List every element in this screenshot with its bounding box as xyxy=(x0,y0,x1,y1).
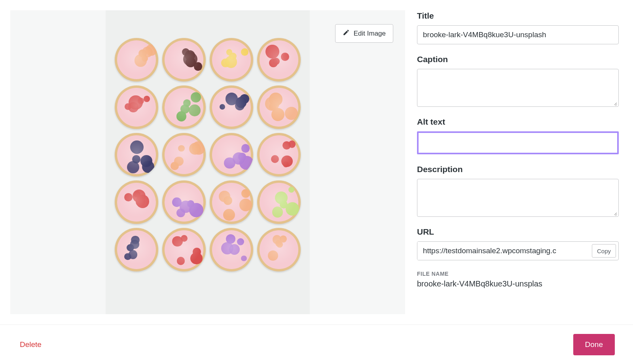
caption-label: Caption xyxy=(417,55,619,64)
donut-icon xyxy=(257,38,301,82)
title-input[interactable] xyxy=(417,25,619,44)
donut-icon xyxy=(210,180,253,224)
field-caption: Caption xyxy=(417,55,619,107)
file-name-label: FILE NAME xyxy=(417,271,619,277)
donut-icon xyxy=(210,85,253,129)
donut-icon xyxy=(115,133,158,176)
url-label: URL xyxy=(417,227,619,237)
description-input[interactable] xyxy=(417,179,619,217)
alt-text-input[interactable] xyxy=(419,133,617,153)
media-image xyxy=(106,10,310,314)
donut-icon xyxy=(162,228,206,271)
field-url: URL Copy xyxy=(417,227,619,260)
donut-icon xyxy=(115,85,158,129)
donut-icon xyxy=(115,38,158,82)
donut-icon xyxy=(210,228,253,271)
main-content: Edit Image Title Caption Alt text xyxy=(0,0,633,324)
donut-icon xyxy=(162,133,206,176)
field-alt-text: Alt text xyxy=(417,117,619,154)
donut-icon xyxy=(210,38,253,82)
pencil-icon xyxy=(343,29,350,38)
donut-icon xyxy=(115,228,158,271)
preview-card: Edit Image xyxy=(10,10,405,314)
copy-url-button[interactable]: Copy xyxy=(592,244,616,258)
delete-button[interactable]: Delete xyxy=(18,337,43,352)
dialog-footer: Delete Done xyxy=(0,324,633,364)
donut-icon xyxy=(257,180,301,224)
donut-icon xyxy=(162,85,206,129)
alt-text-highlight xyxy=(417,131,619,154)
url-row: Copy xyxy=(417,241,619,260)
url-input[interactable] xyxy=(417,242,589,260)
field-file-name: FILE NAME brooke-lark-V4MBq8kue3U-unspla… xyxy=(417,271,619,288)
details-sidebar: Title Caption Alt text Description xyxy=(415,0,633,324)
edit-image-label: Edit Image xyxy=(354,30,386,38)
resize-handle-icon[interactable] xyxy=(613,101,618,106)
description-label: Description xyxy=(417,165,619,174)
donut-icon xyxy=(257,85,301,129)
donut-icon xyxy=(210,133,253,176)
media-detail-dialog: Edit Image Title Caption Alt text xyxy=(0,0,633,364)
donut-icon xyxy=(257,228,301,271)
field-title: Title xyxy=(417,11,619,44)
field-description: Description xyxy=(417,165,619,217)
donut-icon xyxy=(162,38,206,82)
title-label: Title xyxy=(417,11,619,21)
edit-image-button[interactable]: Edit Image xyxy=(335,24,393,43)
alt-text-label: Alt text xyxy=(417,117,619,127)
file-name-value: brooke-lark-V4MBq8kue3U-unsplas xyxy=(417,279,619,288)
done-button[interactable]: Done xyxy=(573,334,615,355)
media-image-art xyxy=(115,38,301,271)
donut-icon xyxy=(162,180,206,224)
donut-icon xyxy=(115,180,158,224)
preview-pane: Edit Image xyxy=(0,0,415,324)
resize-handle-icon[interactable] xyxy=(613,211,618,216)
caption-input[interactable] xyxy=(417,69,619,107)
donut-icon xyxy=(257,133,301,176)
